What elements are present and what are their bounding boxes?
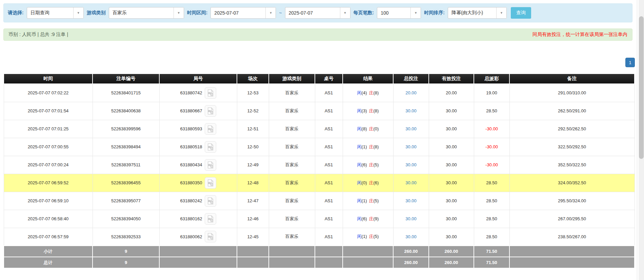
result-cell: 闲(1)庄(5): [343, 192, 393, 210]
game-type-cell: 百家乐: [269, 120, 315, 138]
total-bet-link[interactable]: 30.00: [405, 162, 417, 167]
col-header-remark: 备注: [509, 74, 635, 84]
time-sort-select[interactable]: 降幂(由大到小) ▼: [448, 7, 507, 19]
total-bet-cell[interactable]: 30.00: [393, 174, 429, 192]
total-bet-cell[interactable]: 30.00: [393, 120, 429, 138]
video-record-icon: [207, 143, 214, 151]
total-bet-cell[interactable]: 30.00: [393, 210, 429, 228]
table-row[interactable]: 2025-07-07 06:57:59522638392533631880062…: [4, 228, 635, 246]
page-1-button[interactable]: 1: [625, 58, 635, 67]
total-bet-link[interactable]: 30.00: [405, 126, 417, 131]
col-header-bet-id: 注单编号: [93, 74, 159, 84]
round-cell: 631880742: [159, 84, 237, 102]
time-cell: 2025-07-07 07:00:55: [4, 138, 93, 156]
valid-bet-cell: 30.00: [429, 210, 474, 228]
table-row[interactable]: 2025-07-07 07:01:54522638400638631880667…: [4, 102, 635, 120]
bet-records-table: 时间 注单编号 局号 场次 游戏类别 桌号 结果 总投注 有效投注 总派彩 备注…: [3, 73, 635, 268]
player-result: 闲: [357, 126, 362, 131]
game-type-cell: 百家乐: [269, 174, 315, 192]
table-row[interactable]: 2025-07-07 07:00:55522638398494631880518…: [4, 138, 635, 156]
date-range-separator: ~: [279, 10, 282, 16]
round-number: 631880062: [180, 234, 202, 239]
round-cell: 631880242: [159, 192, 237, 210]
video-record-button[interactable]: [205, 213, 216, 225]
video-record-button[interactable]: [205, 177, 216, 189]
session-cell: 12-49: [237, 156, 269, 174]
total-bet-cell[interactable]: 30.00: [393, 228, 429, 246]
col-header-valid-bet: 有效投注: [429, 74, 474, 84]
total-bet-cell[interactable]: 30.00: [393, 138, 429, 156]
video-record-button[interactable]: [205, 105, 216, 117]
total-bet-link[interactable]: 20.00: [405, 90, 417, 95]
chevron-down-icon[interactable]: ▼: [496, 7, 506, 18]
total-bet-cell[interactable]: 30.00: [393, 156, 429, 174]
total-bet-link[interactable]: 30.00: [405, 108, 417, 113]
total-row: 总计 9 260.00 260.00 71.50: [4, 257, 635, 268]
chevron-down-icon[interactable]: ▼: [340, 7, 350, 18]
video-record-button[interactable]: [205, 195, 216, 207]
video-record-icon: [207, 215, 214, 223]
remark-cell: 267.00/295.50: [509, 210, 635, 228]
video-record-icon: [207, 125, 214, 133]
table-row[interactable]: 2025-07-07 07:01:25522638399596631880593…: [4, 120, 635, 138]
search-button[interactable]: 查询: [511, 7, 531, 19]
result-cell: 闲(1)庄(8): [343, 138, 393, 156]
player-result: 闲: [357, 234, 362, 239]
total-bet-cell[interactable]: 20.00: [393, 84, 429, 102]
date-from-select[interactable]: 2025-07-07 ▼: [210, 7, 276, 19]
player-result: 闲: [357, 108, 362, 113]
video-record-button[interactable]: [205, 87, 216, 99]
game-type-cell: 百家乐: [269, 138, 315, 156]
valid-bet-cell: 30.00: [429, 174, 474, 192]
table-body: 2025-07-07 07:02:22522638401715631880742…: [4, 84, 635, 246]
query-type-select[interactable]: 日期查询 ▼: [27, 7, 84, 19]
table-row[interactable]: 2025-07-07 06:58:40522638394050631880162…: [4, 210, 635, 228]
game-type-select[interactable]: 百家乐 ▼: [109, 7, 184, 19]
table-row[interactable]: 2025-07-07 07:00:24522638397511631880434…: [4, 156, 635, 174]
table-row[interactable]: 2025-07-07 06:59:10522638395077631880242…: [4, 192, 635, 210]
chevron-down-icon[interactable]: ▼: [174, 7, 184, 18]
result-cell: 闲(8)庄(0): [343, 120, 393, 138]
payout-cell: 28.50: [474, 192, 509, 210]
video-record-icon: [207, 233, 214, 240]
round-number: 631880350: [180, 180, 202, 185]
session-cell: 12-48: [237, 174, 269, 192]
filter-bar: 请选择: 日期查询 ▼ 游戏类别 百家乐 ▼ 时间区间: 2025-07-07 …: [3, 3, 632, 22]
chevron-down-icon[interactable]: ▼: [265, 7, 276, 18]
total-bet-link[interactable]: 30.00: [405, 180, 417, 185]
table-row[interactable]: 2025-07-07 06:59:52522638396455631880350…: [4, 174, 635, 192]
video-record-icon: [207, 89, 214, 97]
video-record-button[interactable]: [205, 123, 216, 135]
total-bet-link[interactable]: 30.00: [405, 216, 417, 221]
round-cell: 631880667: [159, 102, 237, 120]
page-size-select[interactable]: 100 ▼: [377, 7, 421, 19]
round-cell: 631880518: [159, 138, 237, 156]
total-payout: 71.50: [474, 257, 509, 268]
valid-bet-cell: 30.00: [429, 138, 474, 156]
payout-cell: 19.00: [474, 84, 509, 102]
table-no-cell: AS1: [315, 192, 343, 210]
payout-cell: -30.00: [474, 138, 509, 156]
video-record-button[interactable]: [205, 231, 216, 242]
total-bet-link[interactable]: 30.00: [405, 234, 417, 239]
video-record-button[interactable]: [205, 141, 216, 153]
scrollbar-thumb[interactable]: [639, 16, 644, 159]
valid-bet-cell: 30.00: [429, 156, 474, 174]
subtotal-payout: 71.50: [474, 246, 509, 257]
chevron-down-icon[interactable]: ▼: [73, 7, 83, 18]
chevron-down-icon[interactable]: ▼: [410, 7, 421, 18]
total-bet-cell[interactable]: 30.00: [393, 102, 429, 120]
player-result: 闲: [357, 90, 362, 95]
result-cell: 闲(6)庄(9): [343, 210, 393, 228]
valid-bet-cell: 30.00: [429, 228, 474, 246]
table-row[interactable]: 2025-07-07 07:02:22522638401715631880742…: [4, 84, 635, 102]
total-bet-cell[interactable]: 30.00: [393, 192, 429, 210]
date-to-select[interactable]: 2025-07-07 ▼: [285, 7, 350, 19]
round-cell: 631880593: [159, 120, 237, 138]
banker-result: 庄: [369, 144, 374, 149]
total-valid-bet: 260.00: [429, 257, 474, 268]
total-bet-link[interactable]: 30.00: [405, 144, 417, 149]
total-bet-link[interactable]: 30.00: [405, 198, 417, 203]
session-cell: 12-50: [237, 138, 269, 156]
video-record-button[interactable]: [205, 159, 216, 171]
